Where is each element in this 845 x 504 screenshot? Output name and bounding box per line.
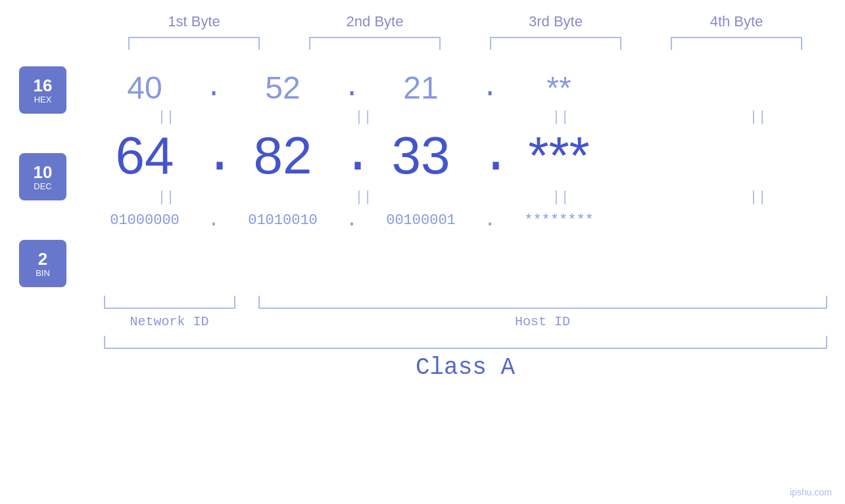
eq1-b1: || (94, 109, 239, 126)
badges-column: 16 HEX 10 DEC 2 BIN (0, 63, 85, 290)
eq-row1: || || || || (85, 109, 845, 126)
bin-b3: 00100001 (362, 212, 480, 229)
badge-hex-label: HEX (34, 95, 52, 104)
dec-b3: 33 (362, 126, 480, 186)
top-brackets (104, 37, 827, 50)
badge-bin: 2 BIN (19, 240, 66, 287)
bracket-byte2 (309, 37, 441, 50)
badge-bin-num: 2 (38, 250, 47, 267)
eq2-b1: || (94, 189, 239, 206)
eq2-b3: || (489, 189, 633, 206)
bottom-section: Network ID Host ID Class A (104, 296, 827, 381)
hex-dot3: . (480, 72, 500, 104)
badge-dec-label: DEC (34, 182, 51, 191)
dec-b4: *** (500, 126, 618, 186)
eq2-b4: || (686, 189, 831, 206)
data-section: 16 HEX 10 DEC 2 BIN 40 . 52 . 21 . ** (0, 63, 845, 290)
bin-dot3: . (480, 209, 500, 231)
host-bracket (258, 296, 827, 309)
bracket-byte1 (128, 37, 260, 50)
badge-hex: 16 HEX (19, 66, 66, 114)
bin-b4: ******** (500, 212, 618, 229)
network-id-label: Network ID (104, 314, 235, 329)
dec-b1: 64 (85, 126, 204, 186)
bin-row: 01000000 . 01010010 . 00100001 . *******… (85, 209, 845, 231)
bin-dot2: . (342, 209, 362, 231)
badge-dec-num: 10 (34, 164, 53, 181)
bin-dot1: . (204, 209, 224, 231)
bin-b1: 01000000 (85, 212, 204, 229)
main-container: 1st Byte 2nd Byte 3rd Byte 4th Byte 16 H… (0, 0, 845, 504)
hex-dot1: . (204, 72, 224, 104)
watermark: ipshu.com (790, 487, 832, 497)
badge-hex-num: 16 (34, 77, 53, 94)
full-bracket (104, 336, 827, 349)
hex-b2: 52 (224, 70, 342, 106)
byte4-header: 4th Byte (664, 13, 809, 30)
badge-dec: 10 DEC (19, 153, 66, 200)
hex-b1: 40 (85, 70, 204, 106)
bottom-brackets (104, 296, 827, 312)
eq1-b2: || (291, 109, 436, 126)
hex-b4: ** (500, 70, 618, 106)
byte3-header: 3rd Byte (483, 13, 628, 30)
dec-dot3: . (480, 129, 500, 182)
bracket-byte3 (490, 37, 621, 50)
byte2-header: 2nd Byte (302, 13, 447, 30)
bracket-byte4 (671, 37, 802, 50)
dec-row: 64 . 82 . 33 . *** (85, 126, 845, 186)
hex-dot2: . (342, 72, 362, 104)
dec-dot1: . (204, 129, 224, 182)
byte-headers: 1st Byte 2nd Byte 3rd Byte 4th Byte (104, 13, 827, 30)
byte1-header: 1st Byte (122, 13, 266, 30)
host-id-label: Host ID (258, 314, 827, 329)
hex-row: 40 . 52 . 21 . ** (85, 70, 845, 106)
data-rows: 40 . 52 . 21 . ** || || || || 64 (85, 63, 845, 290)
id-labels-row: Network ID Host ID (104, 314, 827, 329)
hex-b3: 21 (362, 70, 480, 106)
eq1-b3: || (489, 109, 633, 126)
eq1-b4: || (686, 109, 831, 126)
badge-bin-label: BIN (36, 269, 50, 277)
dec-dot2: . (342, 129, 362, 182)
dec-b2: 82 (224, 126, 342, 186)
network-bracket (104, 296, 235, 309)
eq-row2: || || || || (85, 189, 845, 206)
bin-b2: 01010010 (224, 212, 342, 229)
class-label: Class A (104, 354, 827, 381)
eq2-b2: || (291, 189, 436, 206)
